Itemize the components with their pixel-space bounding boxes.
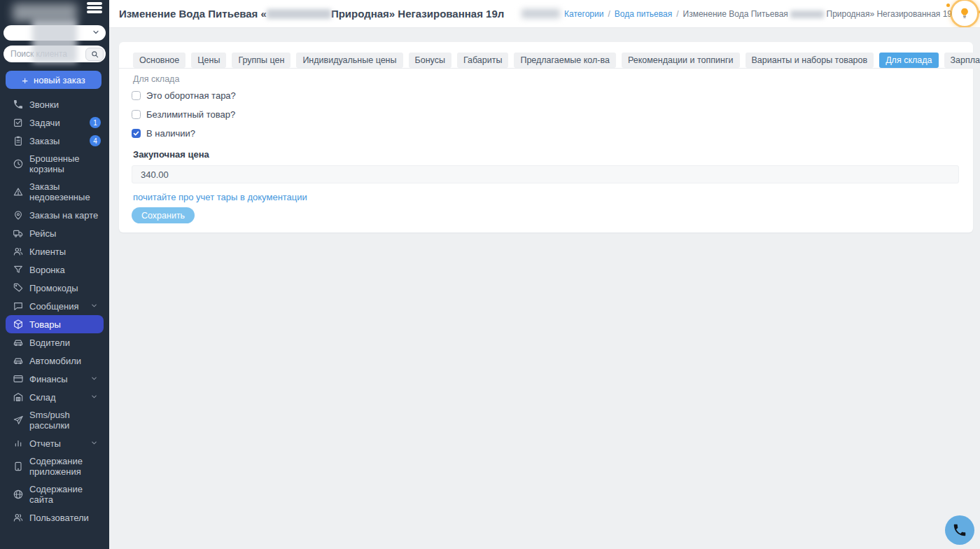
breadcrumb-current: Изменение Вода Питьевая Природная» Негаз… bbox=[683, 9, 952, 19]
breadcrumb-water[interactable]: Вода питьевая bbox=[615, 9, 672, 19]
tab-4[interactable]: Индивидуальные цены bbox=[296, 53, 402, 68]
sidebar-item-label: Sms/push рассылки bbox=[29, 410, 101, 431]
checkbox-row[interactable]: Это оборотная тара? bbox=[132, 90, 959, 101]
checkbox-row[interactable]: Безлимитный товар? bbox=[132, 109, 959, 120]
chevron-down-icon bbox=[92, 27, 100, 39]
sidebar-item-card[interactable]: Финансы bbox=[6, 370, 104, 388]
sidebar-item-label: Автомобили bbox=[29, 356, 101, 366]
sidebar-item-label: Сообщения bbox=[29, 301, 85, 312]
sidebar-item-send[interactable]: Sms/push рассылки bbox=[6, 406, 104, 434]
sidebar-item-phone[interactable]: Звонки bbox=[6, 95, 104, 113]
blurred-region bbox=[32, 20, 77, 63]
tab-1[interactable]: Основное bbox=[133, 53, 186, 68]
checkbox-label: Безлимитный товар? bbox=[146, 109, 235, 120]
plus-icon: + bbox=[22, 75, 28, 85]
users-icon bbox=[13, 512, 24, 523]
checkbox-label: В наличии? bbox=[146, 128, 195, 139]
clock-icon bbox=[13, 158, 24, 169]
sidebar-item-car[interactable]: Автомобили bbox=[6, 352, 104, 370]
checkbox[interactable] bbox=[132, 91, 141, 100]
tab-6[interactable]: Габариты bbox=[457, 53, 509, 68]
sidebar-item-car[interactable]: Водители bbox=[6, 333, 104, 352]
phone-icon bbox=[13, 99, 24, 110]
sidebar-item-tag[interactable]: Промокоды bbox=[6, 279, 104, 297]
tab-9[interactable]: Варианты и наборы товаров bbox=[746, 53, 874, 68]
sidebar-item-cube[interactable]: Товары bbox=[6, 315, 104, 333]
sidebar-item-label: Содержание приложения bbox=[29, 456, 101, 477]
sidebar-item-users[interactable]: Пользователи bbox=[6, 508, 104, 527]
clipboard-icon bbox=[13, 135, 24, 146]
sidebar-item-funnel[interactable]: Воронка bbox=[6, 260, 104, 279]
menu-toggle-icon[interactable] bbox=[87, 2, 102, 15]
sidebar-item-label: Финансы bbox=[29, 374, 85, 384]
tab-3[interactable]: Группы цен bbox=[232, 53, 290, 68]
sidebar-item-label: Заказы недовезенные bbox=[29, 181, 101, 202]
purchase-price-input[interactable] bbox=[132, 165, 959, 183]
cube-icon bbox=[13, 319, 24, 330]
sidebar-item-clipboard[interactable]: Заказы4 bbox=[6, 132, 104, 150]
map-pin-icon bbox=[13, 209, 24, 221]
tab-2[interactable]: Цены bbox=[191, 53, 226, 68]
tab-11[interactable]: Зарплата bbox=[944, 53, 980, 68]
chart-icon bbox=[13, 438, 24, 449]
sidebar-item-warning[interactable]: Заказы недовезенные bbox=[6, 178, 104, 206]
people-icon bbox=[13, 246, 24, 257]
chevron-down-icon bbox=[90, 438, 98, 449]
tab-7[interactable]: Предлагаемые кол-ва bbox=[514, 53, 616, 68]
chevron-down-icon bbox=[90, 392, 98, 403]
sidebar-item-chat[interactable]: Сообщения bbox=[6, 297, 104, 315]
tasks-icon bbox=[13, 117, 24, 128]
sidebar-item-label: Клиенты bbox=[29, 246, 101, 257]
phone-icon bbox=[952, 522, 967, 538]
truck-icon bbox=[13, 228, 24, 239]
checkbox[interactable] bbox=[132, 129, 141, 138]
section-label: Для склада bbox=[133, 74, 959, 84]
sidebar-item-clock[interactable]: Брошенные корзины bbox=[6, 150, 104, 178]
help-lightbulb-icon[interactable] bbox=[952, 1, 977, 26]
sidebar-item-label: Заказы на карте bbox=[29, 210, 101, 221]
sidebar-menu: ЗвонкиЗадачи1Заказы4Брошенные корзиныЗак… bbox=[0, 95, 109, 527]
sidebar-item-label: Товары bbox=[29, 319, 101, 330]
checkbox-row[interactable]: В наличии? bbox=[132, 128, 959, 139]
new-order-button[interactable]: + новый заказ bbox=[6, 71, 102, 89]
app-window: + новый заказ ЗвонкиЗадачи1Заказы4Брошен… bbox=[0, 0, 980, 549]
sidebar-item-warehouse[interactable]: Склад bbox=[6, 388, 104, 406]
warning-icon bbox=[13, 186, 24, 197]
call-widget-button[interactable] bbox=[945, 515, 974, 545]
sidebar-item-chart[interactable]: Отчеты bbox=[6, 434, 104, 452]
docs-link[interactable]: почитайте про учет тары в документации bbox=[133, 192, 307, 202]
sidebar-item-label: Заказы bbox=[29, 136, 84, 146]
sidebar-item-label: Пользователи bbox=[29, 513, 101, 523]
checkbox-label: Это оборотная тара? bbox=[146, 90, 236, 101]
sidebar-item-tasks[interactable]: Задачи1 bbox=[6, 113, 104, 132]
main-area: Изменение Вода Питьевая «Природная» Нега… bbox=[109, 0, 980, 549]
tag-icon bbox=[13, 282, 24, 293]
sidebar-item-truck[interactable]: Рейсы bbox=[6, 224, 104, 242]
save-button[interactable]: Сохранить bbox=[132, 207, 195, 223]
sidebar: + новый заказ ЗвонкиЗадачи1Заказы4Брошен… bbox=[0, 0, 109, 549]
sidebar-item-app[interactable]: Содержание приложения bbox=[6, 452, 104, 480]
search-icon[interactable] bbox=[85, 48, 104, 61]
topbar: Изменение Вода Питьевая «Природная» Нега… bbox=[109, 0, 980, 28]
blurred-brand-name bbox=[267, 9, 331, 19]
tab-10[interactable]: Для склада bbox=[879, 53, 938, 68]
card-icon bbox=[13, 373, 24, 384]
sidebar-item-label: Склад bbox=[29, 392, 85, 403]
blurred-brand-name bbox=[790, 11, 824, 18]
chevron-down-icon bbox=[90, 374, 98, 384]
sidebar-item-label: Задачи bbox=[29, 118, 84, 128]
sidebar-item-label: Брошенные корзины bbox=[29, 153, 101, 174]
sidebar-item-people[interactable]: Клиенты bbox=[6, 242, 104, 260]
sidebar-item-map-pin[interactable]: Заказы на карте bbox=[6, 206, 104, 224]
purchase-price-label: Закупочная цена bbox=[133, 149, 959, 160]
tab-5[interactable]: Бонусы bbox=[409, 53, 451, 68]
chevron-down-icon bbox=[90, 301, 98, 312]
count-badge: 4 bbox=[90, 135, 101, 146]
tab-8[interactable]: Рекомендации и топпинги bbox=[622, 53, 740, 68]
sidebar-item-label: Водители bbox=[29, 338, 101, 348]
breadcrumb-categories[interactable]: Категории bbox=[564, 9, 603, 19]
sidebar-item-globe[interactable]: Содержание сайта bbox=[6, 480, 104, 508]
sidebar-item-label: Воронка bbox=[29, 265, 101, 275]
checkbox[interactable] bbox=[132, 110, 141, 119]
page-title: Изменение Вода Питьевая «Природная» Нега… bbox=[119, 8, 504, 20]
